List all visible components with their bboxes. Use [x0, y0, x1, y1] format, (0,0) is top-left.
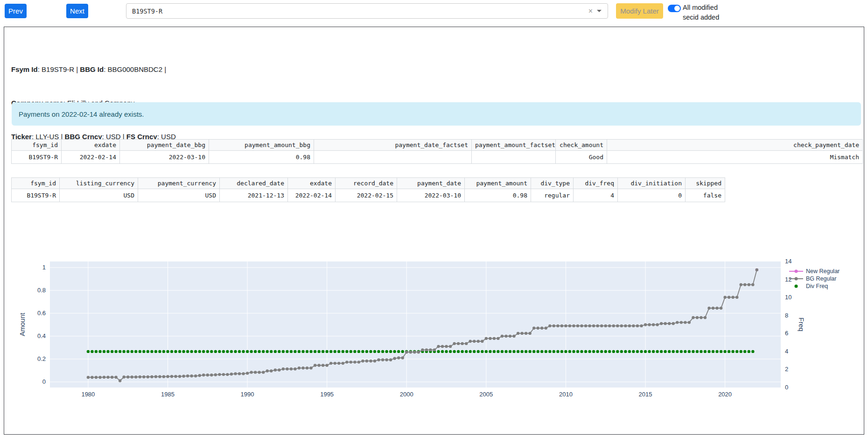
chart-legend: New RegularBG RegularDiv Freq [789, 268, 840, 290]
svg-text:1980: 1980 [81, 391, 95, 398]
svg-text:1995: 1995 [320, 391, 334, 398]
legend-swatch-icon [789, 268, 804, 274]
dropdown-value: B19ST9-R [126, 7, 584, 15]
svg-text:2020: 2020 [718, 391, 732, 398]
table-row: B19ST9-R2022-02-142022-03-100.98GoodMism… [12, 151, 863, 164]
chart-canvas[interactable]: 19801985199019952000200520102015202000.2… [4, 212, 864, 413]
legend-item-div-freq[interactable]: Div Freq [789, 282, 840, 290]
table-cell: B19ST9-R [12, 189, 60, 202]
legend-swatch-icon [789, 276, 804, 282]
legend-item-new-regular[interactable]: New Regular [789, 268, 840, 275]
svg-text:1985: 1985 [161, 391, 175, 398]
main-panel: Fsym Id: B19ST9-R | BBG Id: BBG000BNBDC2… [4, 27, 864, 435]
secid-dropdown[interactable]: B19ST9-R × [126, 3, 608, 19]
svg-text:2000: 2000 [400, 391, 413, 398]
all-modified-toggle[interactable] [668, 5, 681, 12]
table-cell: B19ST9-R [12, 151, 62, 164]
table-row: B19ST9-RUSDUSD2021-12-132022-02-142022-0… [12, 189, 725, 202]
svg-text:2015: 2015 [639, 391, 652, 398]
table-cell: 4 [574, 189, 618, 202]
legend-label: New Regular [806, 268, 840, 275]
legend-label: Div Freq [806, 283, 828, 289]
svg-text:1: 1 [42, 264, 46, 271]
svg-text:2005: 2005 [479, 391, 493, 398]
table-cell: false [686, 189, 725, 202]
prev-button[interactable]: Prev [5, 4, 27, 18]
table-cell: 0 [618, 189, 686, 202]
column-header: fsym_id [12, 140, 62, 151]
column-header: div_freq [574, 178, 618, 189]
table-cell: 0.98 [465, 189, 531, 202]
chevron-down-icon[interactable] [597, 10, 602, 12]
table-cell: USD [60, 189, 138, 202]
legend-item-bg-regular[interactable]: BG Regular [789, 275, 840, 282]
column-header: listing_currency [60, 178, 138, 189]
dropdown-clear-icon[interactable]: × [584, 7, 597, 15]
column-header: declared_date [220, 178, 288, 189]
table-cell: 2022-03-10 [397, 189, 465, 202]
svg-text:6: 6 [785, 330, 788, 337]
modify-later-button[interactable]: Modify Later [616, 3, 663, 19]
column-header: payment_amount_bbg [209, 140, 314, 151]
table-cell: 2022-02-14 [288, 189, 336, 202]
svg-text:0.4: 0.4 [37, 332, 46, 339]
column-header: record_date [336, 178, 397, 189]
svg-text:4: 4 [785, 348, 788, 355]
svg-text:8: 8 [785, 312, 788, 319]
next-button[interactable]: Next [66, 4, 88, 18]
svg-text:0.6: 0.6 [37, 310, 46, 317]
table-cell: USD [138, 189, 220, 202]
payment-detail-table: fsym_idlisting_currencypayment_currencyd… [11, 177, 725, 202]
column-header: payment_date_bbg [120, 140, 209, 151]
svg-text:14: 14 [785, 258, 791, 265]
table-cell: Good [556, 151, 607, 164]
column-header: payment_date [397, 178, 465, 189]
alert-message: Payments on 2022-02-14 already exists. [19, 110, 144, 118]
table-cell: 2022-02-15 [336, 189, 397, 202]
column-header: fsym_id [12, 178, 60, 189]
column-header: payment_amount_factset [472, 140, 556, 151]
column-header: div_type [531, 178, 574, 189]
column-header: exdate [62, 140, 120, 151]
column-header: payment_amount [465, 178, 531, 189]
table-cell [314, 151, 472, 164]
right-axis-title: Freq [798, 317, 805, 331]
column-header: div_initiation [618, 178, 686, 189]
column-header: check_payment_date [607, 140, 863, 151]
table-cell: Mismatch [607, 151, 863, 164]
column-header: check_amount [556, 140, 607, 151]
svg-text:1990: 1990 [241, 391, 254, 398]
toggle-label: All modified secid added [683, 3, 724, 22]
svg-text:10: 10 [785, 294, 791, 301]
left-axis-title: Amount [19, 313, 26, 336]
table-cell: regular [531, 189, 574, 202]
svg-text:0.8: 0.8 [37, 287, 46, 294]
column-header: payment_date_factset [314, 140, 472, 151]
table-header-row: fsym_idlisting_currencypayment_currencyd… [12, 178, 725, 189]
svg-text:0.2: 0.2 [37, 355, 46, 362]
payment-exists-alert: Payments on 2022-02-14 already exists. [12, 102, 861, 126]
legend-label: BG Regular [806, 275, 836, 282]
column-header: exdate [288, 178, 336, 189]
table-header-row: fsym_idexdatepayment_date_bbgpayment_amo… [12, 140, 863, 151]
table-cell: 0.98 [209, 151, 314, 164]
svg-text:0: 0 [785, 384, 788, 391]
table-cell: 2022-03-10 [120, 151, 209, 164]
legend-swatch-icon [789, 283, 804, 289]
toggle-knob-icon [674, 6, 680, 11]
svg-text:2: 2 [785, 366, 788, 373]
fsym-bbg-line: Fsym Id: B19ST9-R | BBG Id: BBG000BNBDC2… [11, 64, 176, 75]
column-header: skipped [686, 178, 725, 189]
dividend-history-chart: 19801985199019952000200520102015202000.2… [4, 212, 864, 413]
table-cell: 2021-12-13 [220, 189, 288, 202]
svg-text:2010: 2010 [559, 391, 573, 398]
bbg-comparison-table: fsym_idexdatepayment_date_bbgpayment_amo… [11, 139, 863, 164]
column-header: payment_currency [138, 178, 220, 189]
plot-area[interactable] [50, 261, 781, 388]
table-cell [472, 151, 556, 164]
table-cell: 2022-02-14 [62, 151, 120, 164]
svg-text:0: 0 [42, 378, 46, 385]
